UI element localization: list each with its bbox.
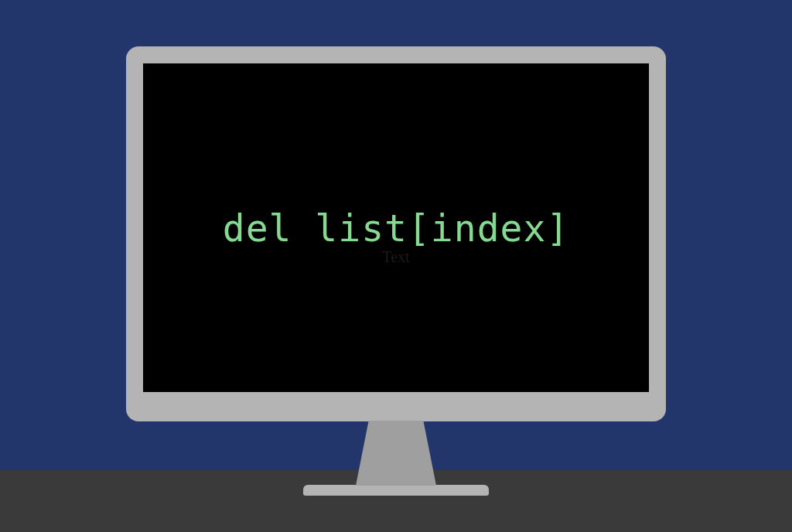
monitor-frame: del list[index] Text: [126, 46, 666, 421]
monitor-illustration: del list[index] Text: [126, 46, 666, 496]
monitor-screen: del list[index] Text: [143, 63, 649, 392]
ghost-text-label: Text: [382, 248, 409, 266]
monitor-neck: [356, 421, 436, 486]
monitor-base: [303, 485, 489, 496]
code-text: del list[index]: [223, 206, 569, 250]
